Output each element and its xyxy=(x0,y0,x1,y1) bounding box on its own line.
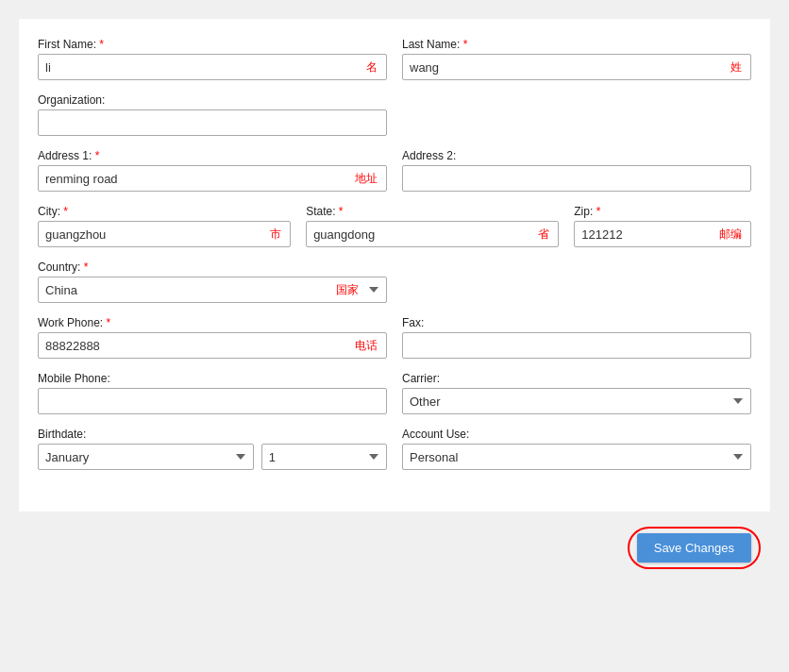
input-wrapper-zip: 邮编 xyxy=(574,221,751,247)
work-phone-input[interactable] xyxy=(38,332,387,359)
account-use-select[interactable]: Personal Business Other xyxy=(402,444,751,470)
required-star-last: * xyxy=(463,38,468,51)
label-address1: Address 1: * xyxy=(38,149,387,162)
input-wrapper-mobile-phone xyxy=(38,388,387,414)
form-container: First Name: * 名 Last Name: * 姓 Organizat… xyxy=(19,19,770,512)
label-work-phone: Work Phone: * xyxy=(38,316,387,329)
input-wrapper-fax xyxy=(402,332,751,359)
state-input[interactable] xyxy=(306,221,559,247)
input-wrapper-state: 省 xyxy=(306,221,559,247)
required-star-first: * xyxy=(99,38,104,51)
input-wrapper-first-name: 名 xyxy=(38,54,387,80)
group-address2: Address 2: xyxy=(402,149,751,192)
save-changes-button[interactable]: Save Changes xyxy=(637,533,751,563)
city-input[interactable] xyxy=(38,221,291,247)
input-wrapper-carrier: Other AT&T Verizon T-Mobile Sprint xyxy=(402,388,751,414)
row-mobile-carrier: Mobile Phone: Carrier: Other AT&T Verizo… xyxy=(38,372,751,414)
birthdate-selects: January FebruaryMarchApril MayJuneJuly A… xyxy=(38,444,387,470)
group-last-name: Last Name: * 姓 xyxy=(402,38,751,80)
mobile-phone-input[interactable] xyxy=(38,388,387,414)
label-country: Country: * xyxy=(38,260,387,274)
group-city: City: * 市 xyxy=(38,205,291,247)
label-city: City: * xyxy=(38,205,291,218)
input-wrapper-last-name: 姓 xyxy=(402,54,751,80)
address2-input[interactable] xyxy=(402,165,751,192)
first-name-input[interactable] xyxy=(38,54,387,80)
row-name: First Name: * 名 Last Name: * 姓 xyxy=(38,38,751,80)
country-select[interactable]: China United States United Kingdom Canad… xyxy=(38,277,387,303)
group-carrier: Carrier: Other AT&T Verizon T-Mobile Spr… xyxy=(402,372,751,414)
input-wrapper-address2 xyxy=(402,165,751,192)
input-wrapper-work-phone: 电话 xyxy=(38,332,387,359)
group-account-use: Account Use: Personal Business Other xyxy=(402,428,751,470)
birthdate-day-select[interactable]: 1 2345 6789 10111213 14151617 18192021 2… xyxy=(261,444,387,470)
row-city-state-zip: City: * 市 State: * 省 Zip: * 邮编 xyxy=(38,205,751,247)
label-last-name: Last Name: * xyxy=(402,38,751,51)
group-address1: Address 1: * 地址 xyxy=(38,149,387,192)
row-organization: Organization: xyxy=(38,93,751,136)
label-zip: Zip: * xyxy=(574,205,751,218)
save-changes-highlight: Save Changes xyxy=(628,527,761,569)
group-work-phone: Work Phone: * 电话 xyxy=(38,316,387,359)
footer-bar: Save Changes xyxy=(19,512,770,579)
row-country: Country: * China United States United Ki… xyxy=(38,260,751,303)
birthdate-day-wrapper: 1 2345 6789 10111213 14151617 18192021 2… xyxy=(261,444,387,470)
input-wrapper-account-use: Personal Business Other xyxy=(402,444,751,470)
last-name-input[interactable] xyxy=(402,54,751,80)
group-organization: Organization: xyxy=(38,93,387,136)
label-account-use: Account Use: xyxy=(402,428,751,441)
group-first-name: First Name: * 名 xyxy=(38,38,387,80)
label-state: State: * xyxy=(306,205,559,218)
label-birthdate: Birthdate: xyxy=(38,428,387,441)
group-state: State: * 省 xyxy=(306,205,559,247)
input-wrapper-country: China United States United Kingdom Canad… xyxy=(38,277,387,303)
group-birthdate: Birthdate: January FebruaryMarchApril Ma… xyxy=(38,428,387,470)
address1-input[interactable] xyxy=(38,165,387,192)
birthdate-month-select[interactable]: January FebruaryMarchApril MayJuneJuly A… xyxy=(38,444,254,470)
row-phone-fax: Work Phone: * 电话 Fax: xyxy=(38,316,751,359)
group-fax: Fax: xyxy=(402,316,751,359)
label-mobile-phone: Mobile Phone: xyxy=(38,372,387,385)
zip-input[interactable] xyxy=(574,221,751,247)
input-wrapper-city: 市 xyxy=(38,221,291,247)
label-fax: Fax: xyxy=(402,316,751,329)
label-first-name: First Name: * xyxy=(38,38,387,51)
birthdate-month-wrapper: January FebruaryMarchApril MayJuneJuly A… xyxy=(38,444,254,470)
input-wrapper-organization xyxy=(38,109,387,136)
input-wrapper-address1: 地址 xyxy=(38,165,387,192)
label-carrier: Carrier: xyxy=(402,372,751,385)
group-country: Country: * China United States United Ki… xyxy=(38,260,387,303)
organization-input[interactable] xyxy=(38,109,387,136)
label-organization: Organization: xyxy=(38,93,387,107)
row-address: Address 1: * 地址 Address 2: xyxy=(38,149,751,192)
carrier-select[interactable]: Other AT&T Verizon T-Mobile Sprint xyxy=(402,388,751,414)
fax-input[interactable] xyxy=(402,332,751,359)
label-address2: Address 2: xyxy=(402,149,751,162)
row-birthdate-account: Birthdate: January FebruaryMarchApril Ma… xyxy=(38,428,751,470)
group-mobile-phone: Mobile Phone: xyxy=(38,372,387,414)
group-zip: Zip: * 邮编 xyxy=(574,205,751,247)
